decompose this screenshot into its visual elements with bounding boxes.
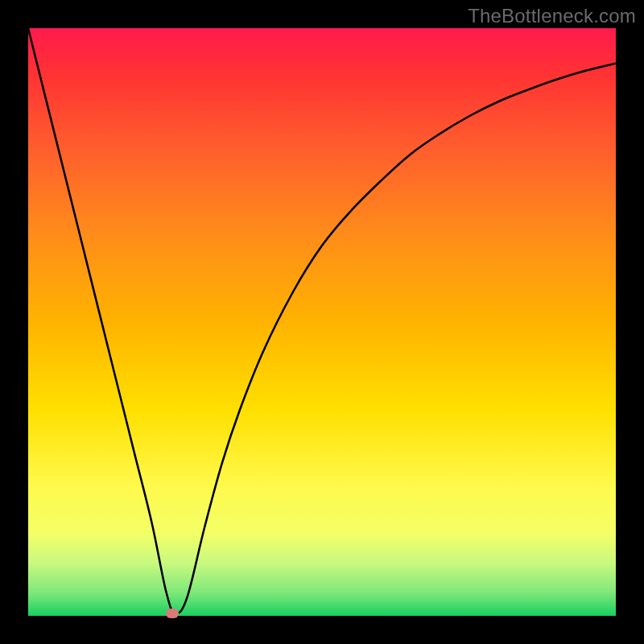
chart-container: TheBottleneck.com bbox=[0, 0, 644, 644]
bottleneck-curve bbox=[28, 28, 616, 613]
optimum-marker bbox=[166, 609, 179, 618]
curve-svg bbox=[28, 28, 616, 616]
plot-area bbox=[28, 28, 616, 616]
watermark-text: TheBottleneck.com bbox=[468, 5, 636, 27]
